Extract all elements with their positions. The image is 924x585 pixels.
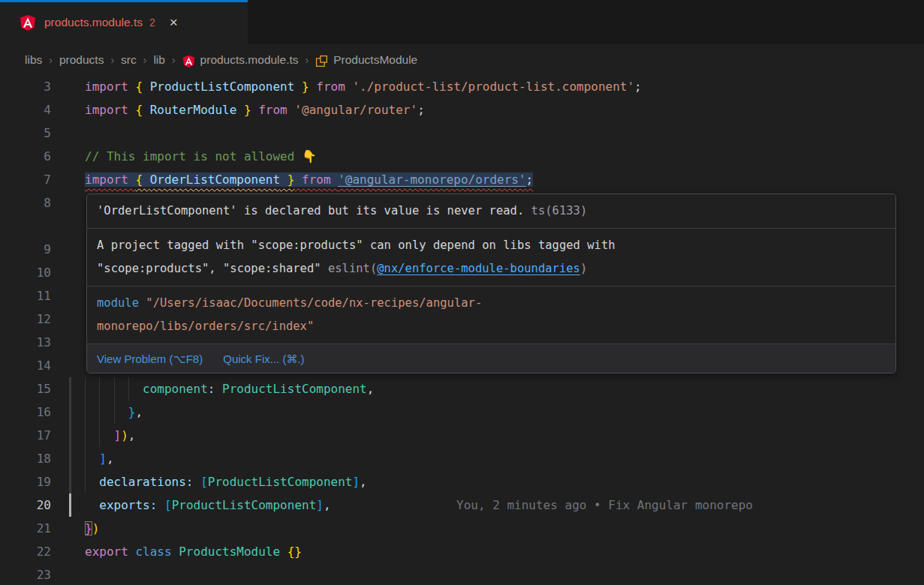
code-token: from (251, 103, 295, 117)
code-content[interactable]: }) (85, 517, 924, 540)
module-info: module "/Users/isaac/Documents/code/nx-r… (87, 286, 895, 344)
code-token: ; (417, 103, 425, 117)
gutter-margin (51, 447, 85, 470)
eslint-diagnostic: A project tagged with "scope:products" c… (87, 229, 895, 286)
code-token: } (85, 521, 92, 536)
breadcrumb-separator: › (172, 54, 176, 66)
code-token: : (150, 498, 158, 512)
line-number: 20 (0, 494, 51, 517)
line-number: 23 (0, 563, 51, 585)
code-token: [ (164, 498, 172, 512)
breadcrumb-item-products[interactable]: products (59, 53, 104, 67)
breadcrumb-separator: › (143, 54, 147, 66)
code-line-16: 16 }, (0, 400, 924, 424)
line-number: 16 (0, 400, 51, 424)
code-token: [ (200, 475, 208, 489)
angular-file-icon-small (182, 55, 195, 68)
gutter-margin (51, 238, 85, 261)
error-squiggle: '@angular-monorepo/orders' (338, 172, 525, 187)
code-token: './product-list/product-list.component' (352, 80, 634, 94)
line-number: 12 (0, 308, 51, 331)
code-content[interactable]: ], (85, 447, 924, 470)
code-content[interactable] (85, 563, 924, 585)
code-token: {} (287, 544, 302, 559)
code-content[interactable]: }, (85, 400, 924, 424)
gutter-margin (51, 424, 85, 447)
code-content[interactable]: import { RouterModule } from '@angular/r… (85, 98, 924, 122)
breadcrumb-item-src[interactable]: src (121, 53, 137, 67)
error-hover-tooltip: 'OrderListComponent' is declared but its… (86, 194, 896, 374)
code-token: , (135, 405, 143, 419)
module-link-token[interactable]: '@angular-monorepo/orders' (338, 172, 525, 187)
modified-lines-marker (69, 400, 71, 424)
tab-problem-count: 2 (149, 16, 155, 28)
code-content[interactable]: exports: [ProductListComponent],You, 2 m… (85, 494, 924, 517)
code-token: export (85, 544, 135, 559)
breadcrumb-item-lib[interactable]: lib (153, 53, 165, 67)
tab-products-module[interactable]: products.module.ts 2 × (0, 0, 248, 44)
gutter-margin (51, 122, 85, 145)
tooltip-actions: View Problem (⌥F8) Quick Fix... (⌘.) (87, 344, 895, 373)
gutter-margin (51, 98, 85, 122)
gutter-margin (51, 540, 85, 563)
eslint-rule-link[interactable]: @nx/enforce-module-boundaries (377, 262, 580, 275)
gutter-margin (51, 284, 85, 308)
code-line-17: 17 ]), (0, 424, 924, 447)
quick-fix-link[interactable]: Quick Fix... (⌘.) (223, 347, 304, 370)
line-number: 19 (0, 470, 51, 494)
gutter-margin (51, 75, 85, 98)
gutter-margin (51, 145, 85, 168)
code-line-18: 18 ], (0, 447, 924, 470)
breadcrumb-separator: › (110, 54, 114, 66)
code-token: ) (121, 428, 128, 442)
line-number: 6 (0, 145, 51, 168)
code-token (215, 382, 222, 396)
code-token: } (280, 172, 294, 187)
code-content[interactable]: component: ProductListComponent, (85, 377, 924, 400)
code-content[interactable]: ]), (85, 424, 924, 447)
view-problem-link[interactable]: View Problem (⌥F8) (97, 347, 203, 370)
line-number (0, 214, 51, 238)
line-number: 7 (0, 168, 51, 191)
code-token: , (360, 475, 367, 489)
gutter-margin (51, 331, 85, 354)
code-token (85, 428, 114, 442)
gutter-margin (51, 563, 85, 585)
line-number: 18 (0, 447, 51, 470)
code-token: ProductListComponent (208, 475, 353, 489)
breadcrumb-item-libs[interactable]: libs (25, 53, 42, 67)
breadcrumb-symbol[interactable]: ProductsModule (333, 53, 417, 67)
code-content[interactable]: import { OrderListComponent } from '@ang… (85, 168, 924, 191)
line-number: 8 (0, 191, 51, 214)
line-number: 4 (0, 98, 51, 122)
breadcrumb: libs › products › src › lib › products.m… (0, 44, 924, 75)
code-token: ; (526, 172, 534, 187)
gutter-margin (51, 470, 85, 494)
code-token: , (128, 428, 136, 442)
code-token: { (135, 172, 149, 187)
code-token (85, 475, 99, 489)
code-token: // This import is not allowed (85, 149, 302, 164)
code-line-3: 3import { ProductListComponent } from '.… (0, 75, 924, 98)
active-line-marker (69, 494, 71, 517)
code-token: } (128, 405, 136, 419)
line-number: 5 (0, 122, 51, 145)
warning-squiggle: } (280, 172, 294, 187)
code-token: '@angular/router' (294, 103, 417, 117)
breadcrumb-file[interactable]: products.module.ts (200, 53, 299, 67)
code-content[interactable]: export class ProductsModule {} (85, 540, 924, 563)
vscode-window: products.module.ts 2 × libs › products ›… (0, 0, 924, 585)
code-content[interactable]: import { ProductListComponent } from './… (85, 75, 924, 98)
modified-lines-marker (69, 424, 71, 447)
code-token: ProductListComponent (222, 382, 367, 396)
modified-lines-marker (69, 470, 71, 494)
code-token: 👇 (302, 149, 317, 164)
code-token: { (135, 103, 149, 117)
code-content[interactable] (85, 122, 924, 145)
code-token: ] (114, 428, 122, 442)
code-content[interactable]: declarations: [ProductListComponent], (85, 470, 924, 494)
tab-close-icon[interactable]: × (170, 15, 178, 29)
module-keyword: module (97, 296, 139, 310)
code-token (85, 405, 128, 419)
code-content[interactable]: // This import is not allowed 👇 (85, 145, 924, 168)
